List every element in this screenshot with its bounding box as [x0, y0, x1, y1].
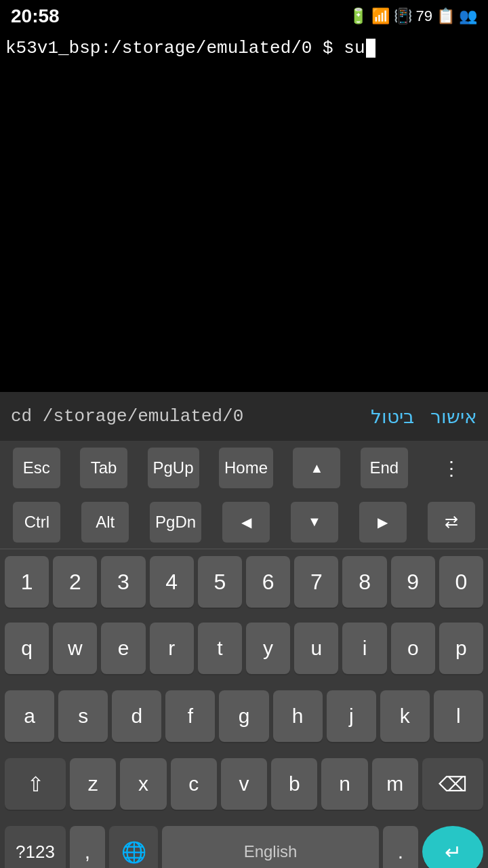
autocomplete-confirm-button[interactable]: אישור: [430, 406, 477, 428]
key-ctrl[interactable]: Ctrl: [13, 502, 60, 542]
key-5[interactable]: 5: [198, 556, 242, 608]
key-globe[interactable]: 🌐: [109, 826, 158, 868]
key-menu[interactable]: ⋮: [428, 448, 475, 488]
key-arrow-down[interactable]: ▼: [291, 502, 338, 542]
key-s[interactable]: s: [58, 690, 108, 742]
key-g[interactable]: g: [219, 690, 268, 742]
key-fn[interactable]: ?123: [5, 826, 66, 868]
key-pgdn[interactable]: PgDn: [150, 502, 201, 542]
key-r[interactable]: r: [150, 623, 194, 674]
signal-icon: 📶: [371, 7, 390, 25]
key-l[interactable]: l: [434, 690, 483, 742]
autocomplete-actions: ביטול אישור: [371, 406, 477, 428]
key-e[interactable]: e: [101, 623, 145, 674]
key-3[interactable]: 3: [101, 556, 145, 608]
terminal-cursor: [366, 39, 375, 58]
key-f[interactable]: f: [165, 690, 215, 742]
status-bar: 20:58 🔋 📶 📳 79 📋 👥: [0, 0, 488, 33]
key-d[interactable]: d: [112, 690, 161, 742]
number-row: 1 2 3 4 5 6 7 8 9 0: [0, 549, 488, 614]
status-icons: 🔋 📶 📳 79 📋 👥: [349, 7, 477, 25]
key-pgup[interactable]: PgUp: [148, 448, 199, 488]
key-q[interactable]: q: [5, 623, 49, 674]
autocomplete-cancel-button[interactable]: ביטול: [371, 406, 414, 428]
terminal-prompt: k53v1_bsp:/storage/emulated/0 $ su: [5, 38, 483, 58]
bottom-row: ?123 , 🌐 English . ↵: [0, 818, 488, 868]
battery-percent: 79: [416, 7, 432, 25]
qwerty-row: q w e r t y u i o p: [0, 614, 488, 682]
battery-icon: 🔋: [349, 7, 367, 25]
key-end[interactable]: End: [361, 448, 408, 488]
key-x[interactable]: x: [120, 758, 166, 810]
zxcv-row: ⇧ z x c v b n m ⌫: [0, 750, 488, 818]
key-8[interactable]: 8: [342, 556, 386, 608]
terminal-command: k53v1_bsp:/storage/emulated/0 $ su: [5, 38, 365, 58]
key-space[interactable]: English: [162, 826, 379, 868]
key-period[interactable]: .: [383, 826, 418, 868]
key-2[interactable]: 2: [53, 556, 97, 608]
key-6[interactable]: 6: [246, 556, 290, 608]
key-shift[interactable]: ⇧: [5, 758, 66, 810]
autocomplete-suggestion: cd /storage/emulated/0: [11, 406, 243, 427]
key-y[interactable]: y: [246, 623, 290, 674]
autocomplete-bar: cd /storage/emulated/0 ביטול אישור: [0, 392, 488, 441]
contacts-icon: 👥: [459, 7, 477, 25]
asdf-row: a s d f g h j k l: [0, 682, 488, 750]
key-1[interactable]: 1: [5, 556, 49, 608]
key-m[interactable]: m: [372, 758, 418, 810]
key-7[interactable]: 7: [294, 556, 338, 608]
key-w[interactable]: w: [53, 623, 97, 674]
key-alt[interactable]: Alt: [81, 502, 129, 542]
key-k[interactable]: k: [380, 690, 430, 742]
key-home[interactable]: Home: [219, 448, 273, 488]
key-b[interactable]: b: [271, 758, 317, 810]
status-time: 20:58: [11, 5, 60, 27]
key-enter[interactable]: ↵: [422, 826, 483, 868]
key-arrow-left[interactable]: ◀: [222, 502, 270, 542]
key-comma[interactable]: ,: [70, 826, 105, 868]
key-i[interactable]: i: [342, 623, 386, 674]
key-esc[interactable]: Esc: [13, 448, 60, 488]
terminal-area[interactable]: k53v1_bsp:/storage/emulated/0 $ su: [0, 33, 488, 392]
key-swap[interactable]: ⇄: [428, 502, 475, 542]
key-n[interactable]: n: [321, 758, 367, 810]
key-4[interactable]: 4: [150, 556, 194, 608]
key-tab[interactable]: Tab: [80, 448, 127, 488]
key-h[interactable]: h: [273, 690, 323, 742]
key-arrow-up[interactable]: ▲: [293, 448, 340, 488]
key-9[interactable]: 9: [391, 556, 435, 608]
key-a[interactable]: a: [5, 690, 54, 742]
special-keys-row2: Ctrl Alt PgDn ◀ ▼ ▶ ⇄: [0, 495, 488, 549]
key-p[interactable]: p: [439, 623, 483, 674]
key-arrow-right[interactable]: ▶: [359, 502, 407, 542]
key-u[interactable]: u: [294, 623, 338, 674]
key-backspace[interactable]: ⌫: [422, 758, 483, 810]
vibrate-icon: 📳: [394, 7, 412, 25]
key-j[interactable]: j: [327, 690, 376, 742]
special-keys-row1: Esc Tab PgUp Home ▲ End ⋮: [0, 441, 488, 495]
key-0[interactable]: 0: [439, 556, 483, 608]
sim-icon: 📋: [436, 7, 455, 25]
key-t[interactable]: t: [198, 623, 242, 674]
key-o[interactable]: o: [391, 623, 435, 674]
key-c[interactable]: c: [171, 758, 217, 810]
key-z[interactable]: z: [70, 758, 116, 810]
key-v[interactable]: v: [221, 758, 267, 810]
